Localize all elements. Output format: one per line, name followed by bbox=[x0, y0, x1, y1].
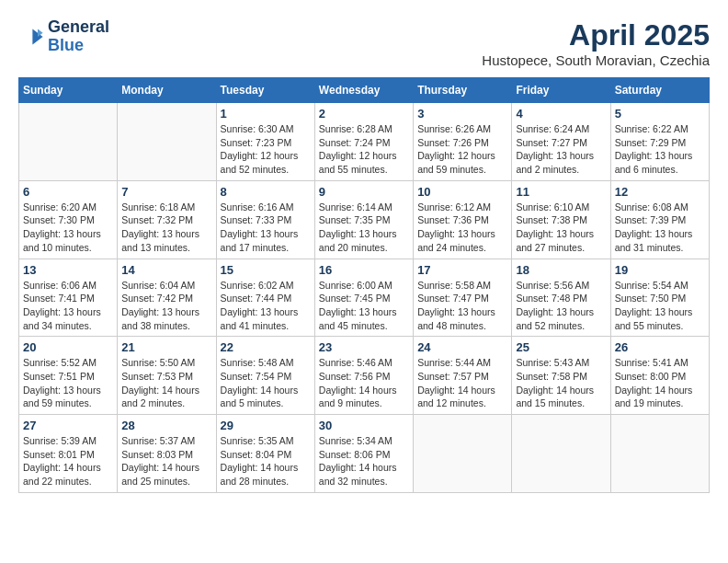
day-info: Sunrise: 6:24 AM Sunset: 7:27 PM Dayligh… bbox=[516, 122, 606, 177]
calendar-cell: 13Sunrise: 6:06 AM Sunset: 7:41 PM Dayli… bbox=[19, 259, 118, 337]
logo-text: General Blue bbox=[48, 18, 109, 55]
day-info: Sunrise: 6:04 AM Sunset: 7:42 PM Dayligh… bbox=[121, 279, 211, 333]
calendar-cell: 17Sunrise: 5:58 AM Sunset: 7:47 PM Dayli… bbox=[414, 259, 512, 337]
week-row-5: 27Sunrise: 5:39 AM Sunset: 8:01 PM Dayli… bbox=[19, 415, 710, 493]
day-number: 22 bbox=[221, 340, 311, 354]
day-info: Sunrise: 5:54 AM Sunset: 7:50 PM Dayligh… bbox=[615, 279, 705, 333]
weekday-header-thursday: Thursday bbox=[414, 78, 512, 103]
week-row-4: 20Sunrise: 5:52 AM Sunset: 7:51 PM Dayli… bbox=[19, 337, 710, 415]
logo-line1: General bbox=[48, 18, 109, 37]
day-info: Sunrise: 6:10 AM Sunset: 7:38 PM Dayligh… bbox=[516, 201, 606, 255]
calendar-cell: 9Sunrise: 6:14 AM Sunset: 7:35 PM Daylig… bbox=[314, 180, 413, 259]
calendar-cell: 23Sunrise: 5:46 AM Sunset: 7:56 PM Dayli… bbox=[314, 337, 413, 415]
calendar-cell: 15Sunrise: 6:02 AM Sunset: 7:44 PM Dayli… bbox=[216, 259, 314, 337]
weekday-header-row: SundayMondayTuesdayWednesdayThursdayFrid… bbox=[19, 78, 710, 103]
calendar-cell: 18Sunrise: 5:56 AM Sunset: 7:48 PM Dayli… bbox=[512, 259, 610, 337]
calendar-cell: 22Sunrise: 5:48 AM Sunset: 7:54 PM Dayli… bbox=[216, 337, 314, 415]
day-number: 4 bbox=[516, 107, 606, 121]
calendar-cell: 11Sunrise: 6:10 AM Sunset: 7:38 PM Dayli… bbox=[512, 180, 610, 259]
day-number: 23 bbox=[319, 340, 409, 354]
calendar-cell: 8Sunrise: 6:16 AM Sunset: 7:33 PM Daylig… bbox=[216, 180, 314, 259]
calendar-cell: 2Sunrise: 6:28 AM Sunset: 7:24 PM Daylig… bbox=[314, 103, 413, 181]
day-number: 12 bbox=[615, 185, 705, 199]
day-info: Sunrise: 5:48 AM Sunset: 7:54 PM Dayligh… bbox=[221, 356, 311, 410]
day-info: Sunrise: 6:18 AM Sunset: 7:32 PM Dayligh… bbox=[121, 201, 211, 255]
day-number: 21 bbox=[121, 340, 211, 354]
day-number: 26 bbox=[615, 340, 705, 354]
calendar-cell: 4Sunrise: 6:24 AM Sunset: 7:27 PM Daylig… bbox=[512, 103, 610, 181]
calendar-cell: 3Sunrise: 6:26 AM Sunset: 7:26 PM Daylig… bbox=[414, 103, 512, 181]
day-info: Sunrise: 6:26 AM Sunset: 7:26 PM Dayligh… bbox=[417, 122, 507, 177]
day-number: 20 bbox=[23, 340, 113, 354]
day-number: 16 bbox=[319, 263, 409, 277]
day-number: 14 bbox=[121, 263, 211, 277]
logo: General Blue bbox=[18, 18, 109, 55]
calendar-cell bbox=[118, 103, 216, 181]
calendar-cell: 28Sunrise: 5:37 AM Sunset: 8:03 PM Dayli… bbox=[118, 415, 216, 493]
calendar-cell: 10Sunrise: 6:12 AM Sunset: 7:36 PM Dayli… bbox=[414, 180, 512, 259]
calendar-cell: 29Sunrise: 5:35 AM Sunset: 8:04 PM Dayli… bbox=[216, 415, 314, 493]
day-info: Sunrise: 6:30 AM Sunset: 7:23 PM Dayligh… bbox=[221, 122, 311, 177]
day-info: Sunrise: 6:22 AM Sunset: 7:29 PM Dayligh… bbox=[615, 122, 705, 177]
day-number: 7 bbox=[121, 185, 211, 199]
calendar-cell: 16Sunrise: 6:00 AM Sunset: 7:45 PM Dayli… bbox=[314, 259, 413, 337]
calendar-cell bbox=[19, 103, 118, 181]
weekday-header-sunday: Sunday bbox=[19, 78, 118, 103]
day-number: 24 bbox=[417, 340, 507, 354]
weekday-header-friday: Friday bbox=[512, 78, 610, 103]
day-number: 10 bbox=[417, 185, 507, 199]
week-row-2: 6Sunrise: 6:20 AM Sunset: 7:30 PM Daylig… bbox=[19, 180, 710, 259]
day-info: Sunrise: 5:44 AM Sunset: 7:57 PM Dayligh… bbox=[417, 356, 507, 410]
logo-icon bbox=[18, 24, 44, 50]
day-info: Sunrise: 5:35 AM Sunset: 8:04 PM Dayligh… bbox=[221, 434, 311, 488]
weekday-header-tuesday: Tuesday bbox=[216, 78, 314, 103]
weekday-header-saturday: Saturday bbox=[610, 78, 709, 103]
day-info: Sunrise: 6:06 AM Sunset: 7:41 PM Dayligh… bbox=[23, 279, 113, 333]
day-number: 5 bbox=[615, 107, 705, 121]
logo-line2: Blue bbox=[48, 37, 109, 55]
calendar-cell: 27Sunrise: 5:39 AM Sunset: 8:01 PM Dayli… bbox=[19, 415, 118, 493]
day-number: 2 bbox=[319, 107, 409, 121]
week-row-1: 1Sunrise: 6:30 AM Sunset: 7:23 PM Daylig… bbox=[19, 103, 710, 181]
calendar-cell bbox=[610, 415, 709, 493]
day-info: Sunrise: 6:12 AM Sunset: 7:36 PM Dayligh… bbox=[417, 201, 507, 255]
day-number: 29 bbox=[221, 419, 311, 432]
day-number: 9 bbox=[319, 185, 409, 199]
day-info: Sunrise: 5:34 AM Sunset: 8:06 PM Dayligh… bbox=[319, 434, 409, 488]
day-info: Sunrise: 5:52 AM Sunset: 7:51 PM Dayligh… bbox=[23, 356, 113, 410]
day-number: 17 bbox=[417, 263, 507, 277]
location-subtitle: Hustopece, South Moravian, Czechia bbox=[482, 52, 710, 68]
calendar-cell: 25Sunrise: 5:43 AM Sunset: 7:58 PM Dayli… bbox=[512, 337, 610, 415]
title-block: April 2025 Hustopece, South Moravian, Cz… bbox=[482, 18, 710, 68]
calendar-cell: 30Sunrise: 5:34 AM Sunset: 8:06 PM Dayli… bbox=[314, 415, 413, 493]
day-info: Sunrise: 5:50 AM Sunset: 7:53 PM Dayligh… bbox=[121, 356, 211, 410]
day-info: Sunrise: 6:16 AM Sunset: 7:33 PM Dayligh… bbox=[221, 201, 311, 255]
calendar-cell: 5Sunrise: 6:22 AM Sunset: 7:29 PM Daylig… bbox=[610, 103, 709, 181]
day-number: 1 bbox=[221, 107, 311, 121]
calendar-cell: 1Sunrise: 6:30 AM Sunset: 7:23 PM Daylig… bbox=[216, 103, 314, 181]
day-number: 15 bbox=[221, 263, 311, 277]
day-info: Sunrise: 5:46 AM Sunset: 7:56 PM Dayligh… bbox=[319, 356, 409, 410]
day-number: 6 bbox=[23, 185, 113, 199]
day-number: 27 bbox=[23, 419, 113, 432]
day-info: Sunrise: 5:58 AM Sunset: 7:47 PM Dayligh… bbox=[417, 279, 507, 333]
day-info: Sunrise: 5:39 AM Sunset: 8:01 PM Dayligh… bbox=[23, 434, 113, 488]
day-number: 3 bbox=[417, 107, 507, 121]
day-info: Sunrise: 6:28 AM Sunset: 7:24 PM Dayligh… bbox=[319, 122, 409, 177]
calendar-cell: 14Sunrise: 6:04 AM Sunset: 7:42 PM Dayli… bbox=[118, 259, 216, 337]
calendar-cell: 24Sunrise: 5:44 AM Sunset: 7:57 PM Dayli… bbox=[414, 337, 512, 415]
day-info: Sunrise: 6:08 AM Sunset: 7:39 PM Dayligh… bbox=[615, 201, 705, 255]
day-number: 13 bbox=[23, 263, 113, 277]
day-info: Sunrise: 5:37 AM Sunset: 8:03 PM Dayligh… bbox=[121, 434, 211, 488]
day-info: Sunrise: 6:20 AM Sunset: 7:30 PM Dayligh… bbox=[23, 201, 113, 255]
day-number: 25 bbox=[516, 340, 606, 354]
day-info: Sunrise: 5:43 AM Sunset: 7:58 PM Dayligh… bbox=[516, 356, 606, 410]
day-number: 19 bbox=[615, 263, 705, 277]
week-row-3: 13Sunrise: 6:06 AM Sunset: 7:41 PM Dayli… bbox=[19, 259, 710, 337]
day-number: 18 bbox=[516, 263, 606, 277]
calendar-table: SundayMondayTuesdayWednesdayThursdayFrid… bbox=[18, 77, 710, 493]
calendar-cell: 19Sunrise: 5:54 AM Sunset: 7:50 PM Dayli… bbox=[610, 259, 709, 337]
day-info: Sunrise: 6:00 AM Sunset: 7:45 PM Dayligh… bbox=[319, 279, 409, 333]
calendar-cell: 21Sunrise: 5:50 AM Sunset: 7:53 PM Dayli… bbox=[118, 337, 216, 415]
day-number: 28 bbox=[121, 419, 211, 432]
